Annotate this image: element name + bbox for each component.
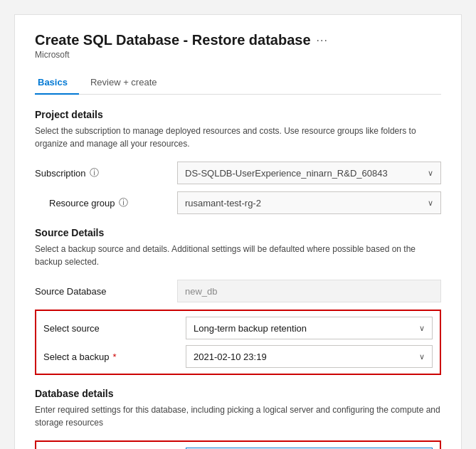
- select-backup-row: Select a backup * 2021-02-10 23:19 ∨: [43, 345, 433, 368]
- subscription-value[interactable]: DS-SQLDB-UserExperience_ninarn_R&D_60843…: [177, 162, 441, 184]
- resource-group-value[interactable]: rusamant-test-rg-2 ∨: [177, 191, 441, 214]
- resource-group-info-icon[interactable]: ⓘ: [119, 196, 128, 209]
- page-subtitle: Microsoft: [35, 50, 441, 60]
- more-options-icon[interactable]: ···: [317, 34, 328, 47]
- select-source-row: Select source Long-term backup retention…: [43, 317, 433, 339]
- source-database-label: Source Database: [35, 286, 177, 297]
- select-backup-value[interactable]: 2021-02-10 23:19 ∨: [186, 345, 433, 368]
- source-database-row: Source Database new_db: [35, 280, 441, 302]
- project-details-section: Project details Select the subscription …: [35, 109, 441, 214]
- highlighted-db-name-group: Database name * new_db_2021-02-10T23-19Z…: [35, 440, 441, 449]
- select-source-label: Select source: [43, 323, 186, 334]
- database-details-title: Database details: [35, 388, 441, 399]
- subscription-chevron-icon: ∨: [428, 169, 433, 178]
- tab-basics[interactable]: Basics: [35, 71, 79, 95]
- source-details-title: Source Details: [35, 227, 441, 238]
- database-details-section: Database details Enter required settings…: [35, 388, 441, 449]
- highlighted-source-group: Select source Long-term backup retention…: [35, 310, 441, 375]
- select-backup-label: Select a backup *: [43, 352, 186, 362]
- resource-group-label: Resource group ⓘ: [35, 196, 177, 209]
- subscription-info-icon[interactable]: ⓘ: [90, 167, 99, 179]
- select-source-chevron-icon: ∨: [419, 324, 425, 333]
- source-details-desc: Select a backup source and details. Addi…: [35, 243, 441, 268]
- database-details-desc: Enter required settings for this databas…: [35, 403, 441, 429]
- tab-bar: Basics Review + create: [35, 71, 441, 95]
- source-details-section: Source Details Select a backup source an…: [35, 227, 441, 375]
- source-database-value: new_db: [177, 280, 441, 302]
- subscription-row: Subscription ⓘ DS-SQLDB-UserExperience_n…: [35, 162, 441, 184]
- select-source-value[interactable]: Long-term backup retention ∨: [186, 317, 433, 339]
- resource-group-row: Resource group ⓘ rusamant-test-rg-2 ∨: [35, 191, 441, 214]
- project-details-desc: Select the subscription to manage deploy…: [35, 125, 441, 150]
- main-card: Create SQL Database - Restore database ·…: [14, 14, 462, 449]
- select-backup-required: *: [113, 352, 117, 362]
- project-details-title: Project details: [35, 109, 441, 120]
- page-title: Create SQL Database - Restore database: [35, 32, 311, 48]
- select-backup-chevron-icon: ∨: [419, 352, 425, 361]
- resource-group-chevron-icon: ∨: [428, 199, 433, 208]
- tab-review-create[interactable]: Review + create: [79, 71, 169, 95]
- subscription-label: Subscription ⓘ: [35, 167, 177, 179]
